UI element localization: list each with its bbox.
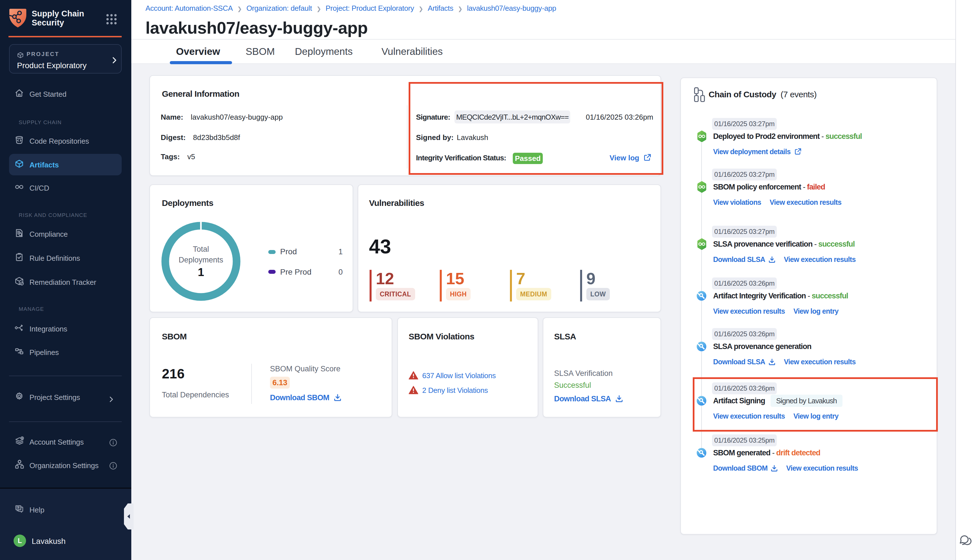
svg-text:?: ? [17, 506, 19, 510]
